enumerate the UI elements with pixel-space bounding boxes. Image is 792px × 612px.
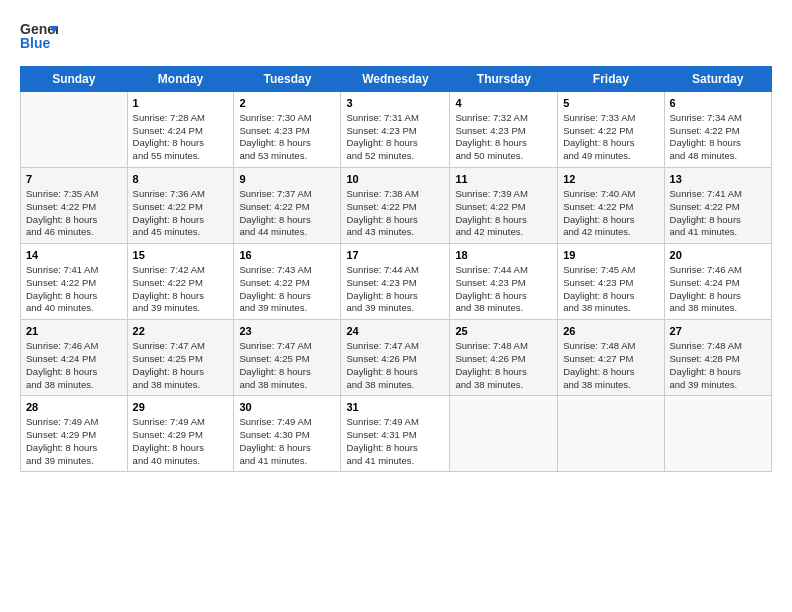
day-detail: Sunrise: 7:47 AMSunset: 4:25 PMDaylight:… [239,340,335,391]
day-detail: Sunrise: 7:44 AMSunset: 4:23 PMDaylight:… [346,264,444,315]
calendar-cell: 10Sunrise: 7:38 AMSunset: 4:22 PMDayligh… [341,168,450,244]
day-number: 5 [563,96,658,111]
calendar-cell: 19Sunrise: 7:45 AMSunset: 4:23 PMDayligh… [558,244,664,320]
header-day-monday: Monday [127,67,234,92]
calendar-cell: 13Sunrise: 7:41 AMSunset: 4:22 PMDayligh… [664,168,771,244]
calendar-cell: 6Sunrise: 7:34 AMSunset: 4:22 PMDaylight… [664,92,771,168]
day-detail: Sunrise: 7:49 AMSunset: 4:29 PMDaylight:… [133,416,229,467]
calendar-cell [558,396,664,472]
day-detail: Sunrise: 7:32 AMSunset: 4:23 PMDaylight:… [455,112,552,163]
day-number: 26 [563,324,658,339]
day-number: 3 [346,96,444,111]
day-number: 8 [133,172,229,187]
day-number: 16 [239,248,335,263]
day-number: 1 [133,96,229,111]
calendar-cell [664,396,771,472]
header-day-friday: Friday [558,67,664,92]
calendar-cell: 15Sunrise: 7:42 AMSunset: 4:22 PMDayligh… [127,244,234,320]
calendar-cell: 3Sunrise: 7:31 AMSunset: 4:23 PMDaylight… [341,92,450,168]
calendar-cell: 27Sunrise: 7:48 AMSunset: 4:28 PMDayligh… [664,320,771,396]
day-detail: Sunrise: 7:49 AMSunset: 4:30 PMDaylight:… [239,416,335,467]
calendar-cell: 5Sunrise: 7:33 AMSunset: 4:22 PMDaylight… [558,92,664,168]
day-number: 18 [455,248,552,263]
day-detail: Sunrise: 7:30 AMSunset: 4:23 PMDaylight:… [239,112,335,163]
header-day-tuesday: Tuesday [234,67,341,92]
calendar-cell: 9Sunrise: 7:37 AMSunset: 4:22 PMDaylight… [234,168,341,244]
day-number: 13 [670,172,766,187]
page: General Blue SundayMondayTuesdayWednesda… [0,0,792,612]
calendar-cell: 12Sunrise: 7:40 AMSunset: 4:22 PMDayligh… [558,168,664,244]
day-detail: Sunrise: 7:43 AMSunset: 4:22 PMDaylight:… [239,264,335,315]
day-detail: Sunrise: 7:46 AMSunset: 4:24 PMDaylight:… [670,264,766,315]
day-detail: Sunrise: 7:46 AMSunset: 4:24 PMDaylight:… [26,340,122,391]
calendar-cell: 4Sunrise: 7:32 AMSunset: 4:23 PMDaylight… [450,92,558,168]
calendar-cell [450,396,558,472]
logo: General Blue [20,18,58,56]
day-detail: Sunrise: 7:31 AMSunset: 4:23 PMDaylight:… [346,112,444,163]
header-day-thursday: Thursday [450,67,558,92]
day-number: 21 [26,324,122,339]
calendar-week-4: 21Sunrise: 7:46 AMSunset: 4:24 PMDayligh… [21,320,772,396]
calendar-cell: 24Sunrise: 7:47 AMSunset: 4:26 PMDayligh… [341,320,450,396]
calendar-cell [21,92,128,168]
day-number: 15 [133,248,229,263]
day-number: 2 [239,96,335,111]
calendar-cell: 23Sunrise: 7:47 AMSunset: 4:25 PMDayligh… [234,320,341,396]
day-number: 30 [239,400,335,415]
day-number: 7 [26,172,122,187]
header-day-saturday: Saturday [664,67,771,92]
calendar-cell: 29Sunrise: 7:49 AMSunset: 4:29 PMDayligh… [127,396,234,472]
calendar-week-1: 1Sunrise: 7:28 AMSunset: 4:24 PMDaylight… [21,92,772,168]
calendar-cell: 28Sunrise: 7:49 AMSunset: 4:29 PMDayligh… [21,396,128,472]
calendar-cell: 26Sunrise: 7:48 AMSunset: 4:27 PMDayligh… [558,320,664,396]
calendar-cell: 1Sunrise: 7:28 AMSunset: 4:24 PMDaylight… [127,92,234,168]
day-detail: Sunrise: 7:28 AMSunset: 4:24 PMDaylight:… [133,112,229,163]
day-detail: Sunrise: 7:47 AMSunset: 4:26 PMDaylight:… [346,340,444,391]
calendar-cell: 20Sunrise: 7:46 AMSunset: 4:24 PMDayligh… [664,244,771,320]
day-detail: Sunrise: 7:36 AMSunset: 4:22 PMDaylight:… [133,188,229,239]
svg-text:Blue: Blue [20,35,51,51]
day-number: 29 [133,400,229,415]
day-number: 25 [455,324,552,339]
calendar-cell: 30Sunrise: 7:49 AMSunset: 4:30 PMDayligh… [234,396,341,472]
day-detail: Sunrise: 7:33 AMSunset: 4:22 PMDaylight:… [563,112,658,163]
calendar-header-row: SundayMondayTuesdayWednesdayThursdayFrid… [21,67,772,92]
day-detail: Sunrise: 7:47 AMSunset: 4:25 PMDaylight:… [133,340,229,391]
calendar-cell: 22Sunrise: 7:47 AMSunset: 4:25 PMDayligh… [127,320,234,396]
day-detail: Sunrise: 7:34 AMSunset: 4:22 PMDaylight:… [670,112,766,163]
day-number: 6 [670,96,766,111]
day-number: 22 [133,324,229,339]
calendar-cell: 14Sunrise: 7:41 AMSunset: 4:22 PMDayligh… [21,244,128,320]
day-detail: Sunrise: 7:35 AMSunset: 4:22 PMDaylight:… [26,188,122,239]
day-detail: Sunrise: 7:48 AMSunset: 4:26 PMDaylight:… [455,340,552,391]
day-number: 17 [346,248,444,263]
calendar-cell: 21Sunrise: 7:46 AMSunset: 4:24 PMDayligh… [21,320,128,396]
day-detail: Sunrise: 7:38 AMSunset: 4:22 PMDaylight:… [346,188,444,239]
day-detail: Sunrise: 7:41 AMSunset: 4:22 PMDaylight:… [670,188,766,239]
day-detail: Sunrise: 7:48 AMSunset: 4:27 PMDaylight:… [563,340,658,391]
calendar-week-2: 7Sunrise: 7:35 AMSunset: 4:22 PMDaylight… [21,168,772,244]
day-detail: Sunrise: 7:45 AMSunset: 4:23 PMDaylight:… [563,264,658,315]
calendar-table: SundayMondayTuesdayWednesdayThursdayFrid… [20,66,772,472]
day-number: 24 [346,324,444,339]
day-detail: Sunrise: 7:37 AMSunset: 4:22 PMDaylight:… [239,188,335,239]
calendar-cell: 2Sunrise: 7:30 AMSunset: 4:23 PMDaylight… [234,92,341,168]
day-number: 20 [670,248,766,263]
calendar-cell: 8Sunrise: 7:36 AMSunset: 4:22 PMDaylight… [127,168,234,244]
calendar-cell: 11Sunrise: 7:39 AMSunset: 4:22 PMDayligh… [450,168,558,244]
calendar-cell: 25Sunrise: 7:48 AMSunset: 4:26 PMDayligh… [450,320,558,396]
day-number: 27 [670,324,766,339]
day-detail: Sunrise: 7:41 AMSunset: 4:22 PMDaylight:… [26,264,122,315]
header: General Blue [20,18,772,56]
day-number: 12 [563,172,658,187]
day-detail: Sunrise: 7:48 AMSunset: 4:28 PMDaylight:… [670,340,766,391]
day-number: 31 [346,400,444,415]
logo-icon: General Blue [20,18,58,56]
day-detail: Sunrise: 7:42 AMSunset: 4:22 PMDaylight:… [133,264,229,315]
day-number: 23 [239,324,335,339]
day-number: 11 [455,172,552,187]
day-detail: Sunrise: 7:44 AMSunset: 4:23 PMDaylight:… [455,264,552,315]
day-detail: Sunrise: 7:40 AMSunset: 4:22 PMDaylight:… [563,188,658,239]
calendar-week-3: 14Sunrise: 7:41 AMSunset: 4:22 PMDayligh… [21,244,772,320]
header-day-sunday: Sunday [21,67,128,92]
